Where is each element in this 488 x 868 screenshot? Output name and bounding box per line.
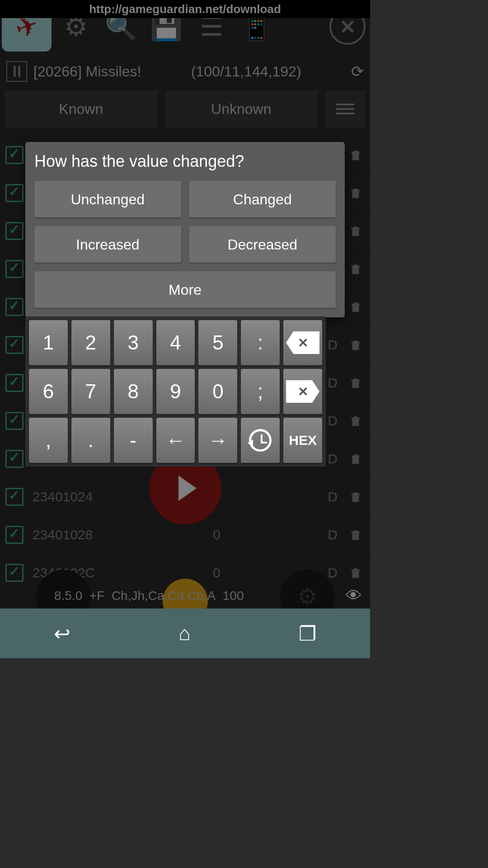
key-8[interactable]: 8 [114,369,153,414]
key-arrow-right[interactable]: → [198,418,237,463]
key-1[interactable]: 1 [29,320,68,365]
modal-title: How has the value changed? [34,152,336,171]
key-semicolon[interactable]: ; [241,369,280,414]
increased-button[interactable]: Increased [34,226,181,263]
changed-button[interactable]: Changed [189,181,336,218]
key-colon[interactable]: : [241,320,280,365]
backspace-key[interactable]: ✕ [283,320,322,365]
key-minus[interactable]: - [114,418,153,463]
decreased-button[interactable]: Decreased [189,226,336,263]
back-icon[interactable]: ↩ [54,622,70,645]
key-3[interactable]: 3 [114,320,153,365]
key-comma[interactable]: , [29,418,68,463]
key-4[interactable]: 4 [156,320,195,365]
key-6[interactable]: 6 [29,369,68,414]
key-period[interactable]: . [71,418,110,463]
key-5[interactable]: 5 [198,320,237,365]
key-7[interactable]: 7 [71,369,110,414]
key-2[interactable]: 2 [71,320,110,365]
value-change-modal: How has the value changed? Unchanged Cha… [25,142,345,317]
nav-bar: ↩ ⌂ ❐ [0,609,370,658]
key-0[interactable]: 0 [198,369,237,414]
unchanged-button[interactable]: Unchanged [34,181,181,218]
key-arrow-left[interactable]: ← [156,418,195,463]
keypad: 1 2 3 4 5 : ✕ 6 7 8 9 0 ; ✕ , . - ← → HE… [25,316,326,467]
hex-key[interactable]: HEX [283,418,322,463]
recents-icon[interactable]: ❐ [299,622,316,645]
history-key[interactable] [241,418,280,463]
forward-delete-key[interactable]: ✕ [283,369,322,414]
key-9[interactable]: 9 [156,369,195,414]
home-icon[interactable]: ⌂ [178,622,191,645]
more-button[interactable]: More [34,271,336,308]
